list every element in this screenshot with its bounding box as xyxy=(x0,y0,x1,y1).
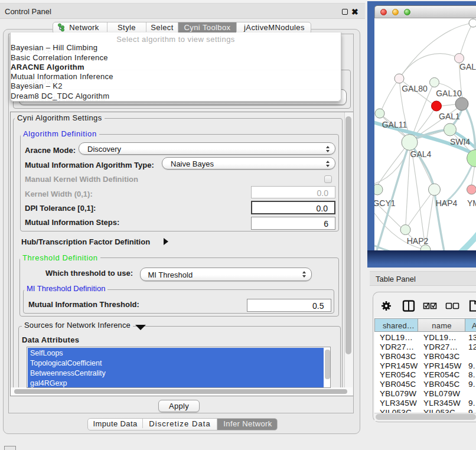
svg-text:GAL11: GAL11 xyxy=(382,120,407,129)
svg-text:GAL1: GAL1 xyxy=(439,112,460,121)
svg-text:HAP2: HAP2 xyxy=(407,236,429,246)
svg-text:GAL4: GAL4 xyxy=(410,149,432,159)
svg-text:HAP4: HAP4 xyxy=(436,198,458,208)
svg-text:GCY1: GCY1 xyxy=(374,198,396,208)
svg-text:SWI4: SWI4 xyxy=(450,137,470,146)
svg-text:GAL80: GAL80 xyxy=(402,84,428,93)
svg-text:GAL7: GAL7 xyxy=(459,62,476,71)
svg-text:GAL10: GAL10 xyxy=(436,89,462,98)
svg-text:YM: YM xyxy=(467,198,476,208)
